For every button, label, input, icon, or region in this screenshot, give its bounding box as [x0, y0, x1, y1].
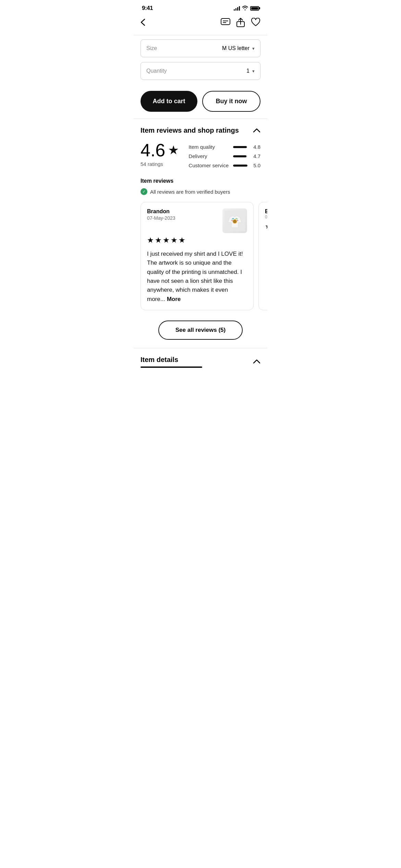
buy-it-now-button[interactable]: Buy it now — [202, 91, 260, 112]
verified-check-icon: ✓ — [141, 188, 147, 195]
chevron-up-icon — [253, 359, 260, 365]
selectors-container: Size M US letter ▾ Quantity 1 ▾ — [134, 35, 267, 89]
status-time: 9:41 — [142, 5, 153, 12]
rating-bar-track — [233, 155, 247, 157]
rating-value: 5.0 — [251, 162, 260, 168]
item-details-section[interactable]: Item details — [134, 348, 267, 375]
svg-point-4 — [233, 220, 236, 223]
rating-category-label: Customer service — [189, 162, 230, 168]
chevron-down-icon: ▾ — [252, 69, 255, 74]
status-icons — [234, 5, 259, 11]
rating-bar-track — [233, 165, 247, 167]
see-all-reviews-button[interactable]: See all reviews (5) — [158, 321, 243, 340]
review-text: I just received my shirt and I LOVE it! … — [147, 250, 247, 304]
quantity-value: 1 ▾ — [246, 68, 255, 74]
rating-bar-track — [233, 146, 247, 148]
quantity-label: Quantity — [146, 68, 167, 74]
reviewer-name: Brandon — [147, 208, 175, 215]
overall-score: 4.6 — [141, 141, 165, 159]
partial-reviewer-name: Ev — [265, 208, 267, 215]
review-card-partial: Ev 0 ★ — [258, 202, 267, 310]
item-reviews-label: Item reviews — [134, 177, 267, 187]
rating-row: Delivery 4.7 — [189, 153, 260, 159]
reviews-section-header[interactable]: Item reviews and shop ratings — [134, 119, 267, 141]
ratings-count: 54 ratings — [141, 161, 163, 167]
rating-row: Customer service 5.0 — [189, 162, 260, 168]
action-buttons: Add to cart Buy it now — [134, 89, 267, 119]
reviews-carousel[interactable]: Brandon 07-May-2023 — [134, 202, 267, 317]
verified-badge: ✓ All reviews are from verified buyers — [134, 187, 267, 202]
rating-row: Item quality 4.8 — [189, 144, 260, 150]
nav-bar — [134, 14, 267, 35]
review-photo — [222, 208, 247, 233]
battery-icon — [250, 6, 259, 11]
rating-bar-fill — [233, 146, 247, 148]
rating-bars: Item quality 4.8 Delivery 4.7 Customer s… — [189, 141, 260, 168]
chevron-down-icon: ▾ — [252, 46, 255, 51]
quantity-selector[interactable]: Quantity 1 ▾ — [141, 62, 260, 80]
partial-star: ★ — [265, 222, 267, 230]
overall-rating: 4.6 ★ 54 ratings — [141, 141, 179, 167]
review-more-link[interactable]: More — [167, 296, 181, 302]
rating-value: 4.7 — [251, 153, 260, 159]
item-details-title: Item details — [141, 356, 202, 364]
size-value: M US letter ▾ — [222, 45, 255, 51]
rating-bar-fill — [233, 165, 247, 167]
rating-bar-fill — [233, 155, 246, 157]
chat-icon[interactable] — [221, 18, 230, 28]
rating-category-label: Delivery — [189, 153, 230, 159]
size-label: Size — [146, 45, 157, 51]
reviewer-date: 07-May-2023 — [147, 215, 175, 221]
status-bar: 9:41 — [134, 0, 267, 14]
heart-icon[interactable] — [251, 18, 260, 29]
see-all-container: See all reviews (5) — [134, 317, 267, 348]
back-button[interactable] — [141, 17, 148, 29]
verified-text: All reviews are from verified buyers — [150, 189, 230, 195]
partial-reviewer-date: 0 — [265, 215, 267, 219]
svg-rect-0 — [221, 19, 230, 25]
share-icon[interactable] — [236, 17, 245, 29]
item-details-bar — [141, 366, 202, 368]
signal-icon — [234, 6, 240, 11]
review-stars: ★★★★★ — [147, 236, 247, 245]
wifi-icon — [242, 5, 248, 11]
size-selector[interactable]: Size M US letter ▾ — [141, 39, 260, 57]
add-to-cart-button[interactable]: Add to cart — [141, 91, 197, 112]
rating-value: 4.8 — [251, 144, 260, 150]
star-icon: ★ — [168, 144, 179, 156]
reviews-title: Item reviews and shop ratings — [141, 126, 239, 134]
nav-actions — [221, 17, 260, 29]
review-card: Brandon 07-May-2023 — [141, 202, 254, 310]
rating-category-label: Item quality — [189, 144, 230, 150]
chevron-up-icon — [253, 126, 260, 134]
rating-summary: 4.6 ★ 54 ratings Item quality 4.8 Delive… — [134, 141, 267, 177]
